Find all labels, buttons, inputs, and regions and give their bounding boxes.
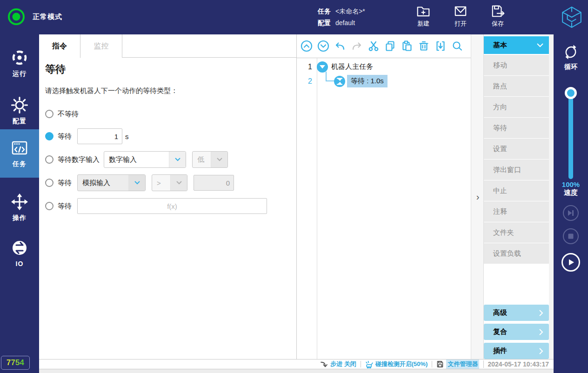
new-task-button[interactable]: 新建 [408, 4, 438, 28]
collapse-node-icon[interactable] [317, 61, 328, 73]
radio-no-wait[interactable] [45, 110, 53, 118]
collapse-all-icon[interactable] [301, 40, 313, 52]
expand-panel-button[interactable]: › [471, 186, 484, 207]
save-task-button[interactable]: 保存 [483, 4, 513, 28]
palette-group-advanced[interactable]: 高级 [484, 305, 549, 321]
palette-header-basic[interactable]: 基本 [484, 36, 549, 54]
paste-icon[interactable] [401, 40, 413, 52]
option-row-wait-analog: 等待 模拟输入 > [45, 174, 234, 191]
status-bar: 步进 关闭 碰撞检测开启(50%) 文件管理器 2024-05-17 10:43… [39, 359, 554, 369]
palette-item-comment[interactable]: 注释 [484, 201, 549, 222]
tab-command[interactable]: 指令 [39, 34, 80, 58]
tab-monitor[interactable]: 监控 [80, 34, 122, 58]
left-nav-sidebar: 运行 配置 任务 操作 [0, 34, 39, 373]
palette-item-set-payload[interactable]: 设置负载 [484, 243, 549, 264]
chevron-down-icon [170, 175, 187, 191]
option-row-no-wait: 不等待 [45, 106, 79, 122]
task-label: 任务 [318, 6, 331, 17]
step-forward-button[interactable] [563, 205, 579, 221]
tree-node-label-selected[interactable]: 等待 : 1.0s [347, 75, 388, 87]
comparison-operator-select[interactable]: > [152, 174, 187, 191]
collision-label: 碰撞检测开启(50%) [375, 360, 428, 368]
open-task-button[interactable]: 打开 [446, 4, 475, 28]
search-icon[interactable] [451, 40, 463, 52]
sidebar-item-io[interactable]: IO [0, 231, 39, 275]
palette-item-direction[interactable]: 方向 [484, 97, 549, 117]
palette-item-label: 文件夹 [493, 228, 514, 237]
sidebar-item-label: 运行 [13, 70, 27, 78]
expression-input[interactable] [77, 198, 267, 214]
radio-wait-expression[interactable] [45, 202, 53, 210]
tree-row-wait[interactable]: 2 等待 : 1.0s [297, 74, 388, 88]
sidebar-item-run[interactable]: 运行 [0, 41, 39, 86]
wait-type-description: 请选择触发机器人下一个动作的等待类型： [45, 87, 178, 95]
palette-item-move[interactable]: 移动 [484, 55, 549, 75]
robot-mode-indicator[interactable]: 正常模式 [7, 7, 62, 27]
digital-input-select-value: 数字输入 [104, 152, 169, 167]
radio-wait-digital-label: 等待数字输入 [58, 155, 100, 164]
radio-wait-time-label: 等待 [58, 132, 72, 141]
digital-input-select[interactable]: 数字输入 [104, 151, 186, 168]
digital-level-select[interactable]: 低 [192, 151, 228, 168]
palette-item-label: 路点 [493, 82, 507, 91]
radio-wait-analog[interactable] [45, 179, 53, 187]
step-mode-status[interactable]: 步进 关闭 [320, 360, 356, 368]
tree-node-label[interactable]: 机器人主任务 [331, 62, 373, 71]
play-icon [566, 258, 575, 267]
palette-item-folder[interactable]: 文件夹 [484, 222, 549, 243]
palette-item-label: 移动 [493, 61, 507, 70]
palette-item-abort[interactable]: 中止 [484, 180, 549, 201]
sidebar-item-config[interactable]: 配置 [0, 88, 39, 133]
speed-slider-track[interactable] [568, 89, 573, 179]
insert-icon[interactable] [434, 40, 447, 52]
wait-seconds-input[interactable] [77, 128, 122, 144]
loop-toggle-button[interactable]: 循环 [554, 43, 588, 71]
radio-wait-time[interactable] [45, 132, 53, 140]
chevron-right-icon [539, 310, 543, 316]
status-counter-value: 7754 [7, 358, 24, 367]
copy-icon[interactable] [384, 40, 396, 52]
redo-icon[interactable] [351, 40, 363, 52]
sidebar-item-operate[interactable]: 操作 [0, 185, 39, 230]
radio-wait-expression-label: 等待 [58, 202, 72, 211]
tree-toolbar [297, 34, 471, 58]
analog-threshold-input[interactable] [194, 175, 234, 191]
palette-item-popup[interactable]: 弹出窗口 [484, 160, 549, 180]
palette-item-label: 中止 [493, 186, 507, 195]
palette-item-label: 弹出窗口 [493, 166, 521, 174]
palette-item-list: 移动 路点 方向 等待 设置 弹出窗口 中止 注释 文件夹 设置负载 [484, 55, 549, 264]
expand-all-icon[interactable] [317, 40, 329, 52]
analog-input-select[interactable]: 模拟输入 [77, 174, 146, 191]
digital-level-select-value: 低 [193, 152, 211, 167]
palette-item-waypoint[interactable]: 路点 [484, 76, 549, 96]
task-icon [10, 139, 29, 157]
palette-item-set[interactable]: 设置 [484, 139, 549, 159]
radio-wait-digital[interactable] [45, 155, 53, 164]
undo-icon[interactable] [334, 40, 346, 52]
chevron-down-icon [169, 152, 186, 167]
file-manager-button[interactable]: 文件管理器 [436, 360, 479, 369]
palette-gap [549, 34, 554, 359]
palette-header-label: 基本 [493, 41, 537, 50]
wait-node-icon[interactable] [334, 76, 345, 87]
delete-icon[interactable] [418, 40, 430, 52]
tree-row-main-task[interactable]: 1 机器人主任务 [297, 60, 373, 74]
palette-item-label: 注释 [493, 207, 507, 216]
speed-slider-handle[interactable] [565, 87, 577, 99]
line-number: 1 [297, 63, 317, 71]
top-bar: 正常模式 任务<未命名>* 配置default 新建 打开 [0, 0, 588, 34]
sidebar-item-task[interactable]: 任务 [0, 129, 39, 178]
play-button[interactable] [561, 253, 580, 272]
palette-group-plugin[interactable]: 插件 [484, 343, 549, 359]
palette-item-label: 设置 [493, 145, 507, 153]
option-row-wait-time: 等待 s [45, 128, 129, 145]
palette-item-wait[interactable]: 等待 [484, 118, 549, 138]
file-manager-label: 文件管理器 [446, 360, 479, 369]
collision-detection-status[interactable]: 碰撞检测开启(50%) [365, 360, 428, 368]
palette-group-label: 高级 [493, 308, 539, 317]
palette-group-composite[interactable]: 复合 [484, 324, 549, 340]
option-row-wait-digital: 等待数字输入 数字输入 低 [45, 151, 228, 168]
status-counter: 7754 [1, 356, 30, 370]
cut-icon[interactable] [368, 40, 380, 52]
stop-button[interactable] [563, 228, 579, 244]
